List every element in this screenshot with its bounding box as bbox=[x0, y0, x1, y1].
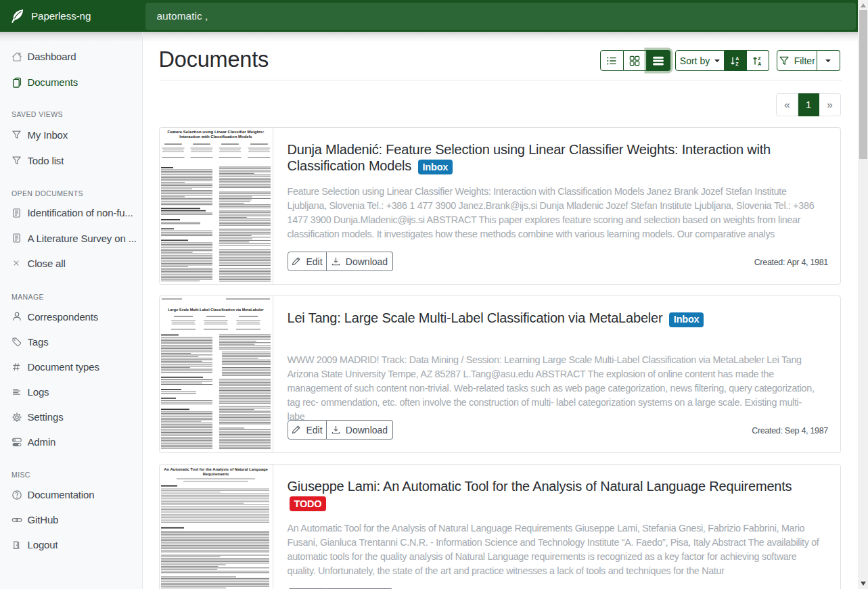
svg-text:An Automatic Tool for the Anal: An Automatic Tool for the Analysis of Na… bbox=[164, 467, 268, 471]
svg-text:Interaction with Classificatio: Interaction with Classification Models bbox=[179, 135, 252, 139]
svg-text:Requirements: Requirements bbox=[202, 472, 229, 476]
svg-text:A: A bbox=[735, 56, 739, 61]
svg-text:Z: Z bbox=[735, 61, 739, 66]
svg-text:Large Scale Multi-Label Classi: Large Scale Multi-Label Classification v… bbox=[168, 308, 264, 312]
svg-text:Z: Z bbox=[758, 56, 761, 61]
svg-text:Feature Selection using Linear: Feature Selection using Linear Classifie… bbox=[167, 130, 264, 134]
svg-text:A: A bbox=[758, 61, 761, 66]
